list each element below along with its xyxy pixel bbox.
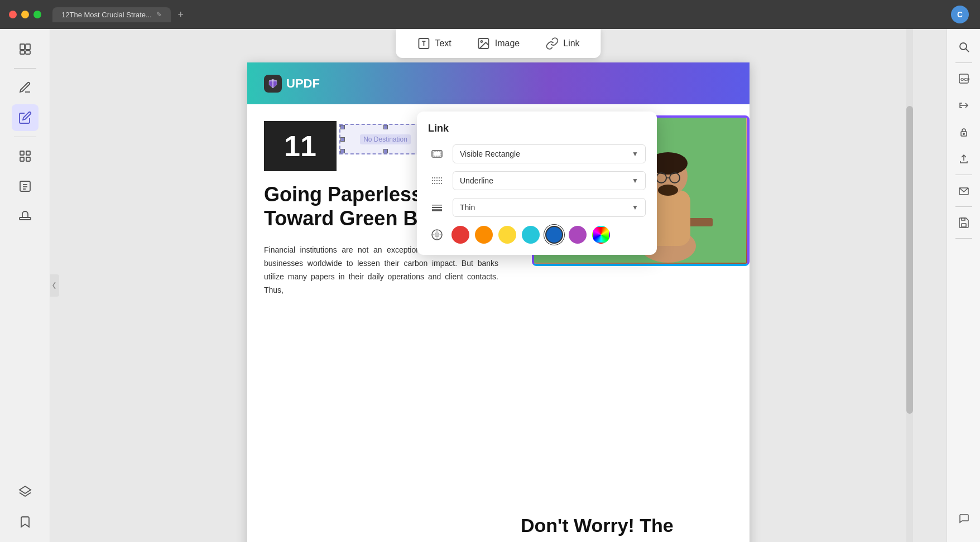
svg-rect-50 <box>962 224 966 227</box>
ocr-icon-button[interactable]: OCR <box>953 67 975 90</box>
traffic-lights <box>9 11 41 18</box>
search-icon-button[interactable] <box>953 36 975 58</box>
color-row <box>428 226 646 244</box>
sidebar-divider-2 <box>14 137 36 137</box>
sidebar-item-bookmarks[interactable] <box>12 509 39 535</box>
tab-title: 12The Most Crucial Strate... <box>61 11 152 19</box>
handle-bottom-left[interactable] <box>340 149 345 153</box>
convert-icon-button[interactable] <box>953 94 975 117</box>
svg-point-28 <box>658 185 678 196</box>
svg-rect-2 <box>20 51 25 54</box>
style-row-icon <box>428 172 446 190</box>
handle-top-middle[interactable] <box>383 125 388 129</box>
save-icon-button[interactable] <box>953 211 975 234</box>
style-select-label: Underline <box>460 176 493 185</box>
svg-rect-1 <box>26 44 30 50</box>
svg-rect-6 <box>20 157 24 161</box>
link-popup-title: Link <box>428 123 646 134</box>
svg-rect-34 <box>433 152 441 156</box>
sidebar-item-stamps[interactable] <box>12 203 39 230</box>
sidebar-item-layers[interactable] <box>12 478 39 505</box>
svg-marker-13 <box>20 486 31 493</box>
sidebar-item-pages[interactable] <box>12 36 39 62</box>
toolbar-link[interactable]: Link <box>541 35 584 52</box>
scrollbar[interactable] <box>906 29 913 542</box>
comment-icon-button[interactable] <box>953 507 975 530</box>
updf-logo: UPDF <box>264 75 320 93</box>
popup-row-thickness: Thin ▼ <box>428 198 646 217</box>
protect-icon-button[interactable] <box>953 121 975 143</box>
svg-point-43 <box>960 43 967 50</box>
svg-rect-12 <box>20 217 31 220</box>
color-swatch-orange[interactable] <box>475 226 493 244</box>
active-tab[interactable]: 12The Most Crucial Strate... ✎ <box>52 7 171 22</box>
right-sidebar-divider-3 <box>955 206 972 207</box>
sidebar-item-forms[interactable] <box>12 173 39 200</box>
color-swatch-blue[interactable] <box>545 226 563 244</box>
sidebar-toggle[interactable] <box>50 274 59 297</box>
thickness-chevron-icon: ▼ <box>632 204 638 211</box>
close-button[interactable] <box>9 11 17 18</box>
color-swatch-red[interactable] <box>451 226 469 244</box>
svg-rect-3 <box>26 51 30 54</box>
toolbar: Text Image <box>396 29 601 58</box>
right-sidebar-divider-2 <box>955 175 972 175</box>
number-text: 11 <box>284 129 316 163</box>
link-icon <box>545 37 559 50</box>
color-swatch-yellow[interactable] <box>498 226 516 244</box>
color-swatch-teal[interactable] <box>522 226 540 244</box>
popup-row-style: Underline ▼ <box>428 171 646 190</box>
share-icon-button[interactable] <box>953 148 975 170</box>
toolbar-image[interactable]: Image <box>473 35 524 52</box>
handle-top-left[interactable] <box>340 125 345 129</box>
right-sidebar-divider-1 <box>955 62 972 63</box>
left-sidebar <box>0 29 50 542</box>
user-avatar[interactable]: C <box>951 6 969 23</box>
edit-tab-icon[interactable]: ✎ <box>156 11 162 18</box>
link-label: Link <box>563 38 579 49</box>
mail-icon-button[interactable] <box>953 180 975 202</box>
thickness-row-icon <box>428 199 446 216</box>
svg-rect-51 <box>962 218 965 220</box>
scrollbar-thumb[interactable] <box>906 106 913 414</box>
style-select[interactable]: Underline ▼ <box>453 171 646 190</box>
svg-rect-4 <box>20 151 24 155</box>
shape-select[interactable]: Visible Rectangle ▼ <box>453 144 646 163</box>
popup-row-shape: Visible Rectangle ▼ <box>428 144 646 163</box>
sidebar-item-organize[interactable] <box>12 143 39 170</box>
tab-bar: 12The Most Crucial Strate... ✎ + <box>52 7 189 22</box>
no-destination-label: No Destination <box>360 134 411 144</box>
right-sidebar-divider-4 <box>955 238 972 239</box>
sidebar-divider-1 <box>14 68 36 69</box>
toolbar-text[interactable]: Text <box>412 35 455 52</box>
updf-logo-icon <box>264 75 282 93</box>
content-area: Text Image <box>50 29 947 542</box>
sidebar-item-edit[interactable] <box>12 104 39 131</box>
text-label: Text <box>435 38 451 49</box>
color-swatch-multicolor[interactable] <box>592 226 610 244</box>
new-tab-button[interactable]: + <box>173 7 189 22</box>
svg-rect-0 <box>20 44 25 50</box>
svg-point-42 <box>435 233 439 237</box>
handle-middle-left[interactable] <box>340 137 345 142</box>
titlebar: 12The Most Crucial Strate... ✎ + C <box>0 0 980 29</box>
svg-line-44 <box>966 49 969 52</box>
thickness-select[interactable]: Thin ▼ <box>453 198 646 217</box>
color-swatch-purple[interactable] <box>569 226 587 244</box>
maximize-button[interactable] <box>33 11 41 18</box>
dont-worry-heading: Don't Worry! The <box>521 515 738 536</box>
svg-point-18 <box>481 41 483 42</box>
right-sidebar: OCR <box>947 29 980 542</box>
sidebar-bottom <box>12 478 39 535</box>
shape-row-icon <box>428 145 446 163</box>
svg-point-48 <box>963 133 964 134</box>
dont-worry-section: Don't Worry! The <box>510 504 750 542</box>
minimize-button[interactable] <box>21 11 29 18</box>
svg-rect-7 <box>26 157 30 161</box>
style-chevron-icon: ▼ <box>632 177 638 185</box>
svg-rect-5 <box>26 151 30 155</box>
handle-bottom-middle[interactable] <box>383 149 388 153</box>
sidebar-item-annotate[interactable] <box>12 74 39 101</box>
number-box: 11 <box>264 121 337 171</box>
image-label: Image <box>495 38 520 49</box>
